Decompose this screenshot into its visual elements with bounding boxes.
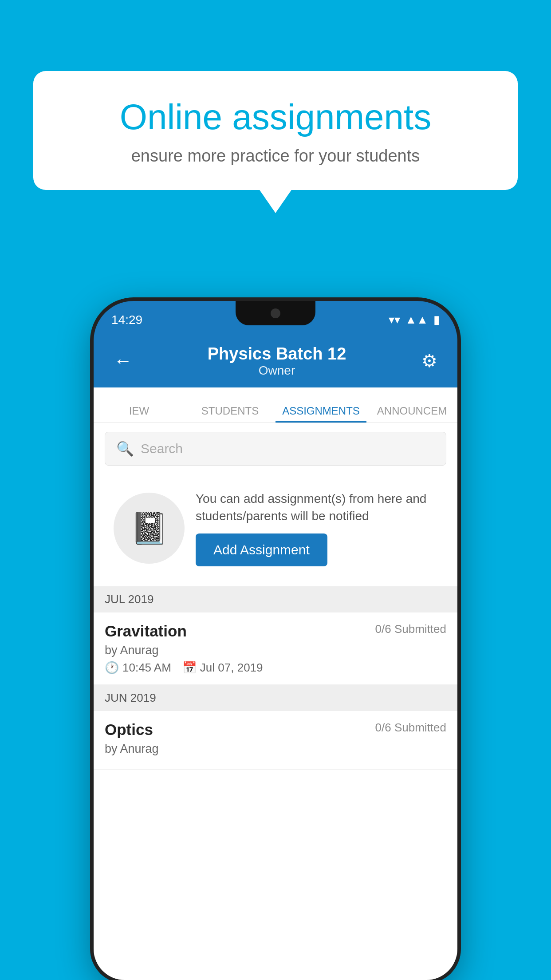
phone-frame: 14:29 ▾▾ ▲▲ ▮ ← Physics Batch 12 Owner ⚙…: [94, 301, 457, 980]
content-area: 🔍 Search 📓 You can add assignment(s) fro…: [94, 423, 457, 980]
app-header: ← Physics Batch 12 Owner ⚙: [94, 334, 457, 387]
wifi-icon: ▾▾: [389, 313, 400, 327]
assignment-item-optics[interactable]: Optics 0/6 Submitted by Anurag: [94, 711, 457, 770]
header-title: Physics Batch 12: [208, 344, 346, 364]
add-assignment-button[interactable]: Add Assignment: [196, 533, 327, 566]
assignment-name-optics: Optics: [105, 721, 153, 739]
promo-right: You can add assignment(s) from here and …: [196, 490, 437, 566]
battery-icon: ▮: [433, 313, 440, 327]
search-icon: 🔍: [116, 440, 134, 457]
notebook-icon: 📓: [130, 510, 169, 546]
assignment-name-gravitation: Gravitation: [105, 622, 187, 640]
bubble-subtitle: ensure more practice for your students: [64, 146, 487, 166]
search-bar[interactable]: 🔍 Search: [105, 432, 446, 466]
assignment-item-gravitation[interactable]: Gravitation 0/6 Submitted by Anurag 🕐 10…: [94, 612, 457, 685]
assignment-submitted-gravitation: 0/6 Submitted: [375, 622, 446, 636]
back-button[interactable]: ←: [109, 346, 137, 376]
search-placeholder: Search: [141, 441, 183, 456]
status-time: 14:29: [111, 313, 142, 327]
assignment-meta-gravitation: 🕐 10:45 AM 📅 Jul 07, 2019: [105, 661, 446, 675]
bubble-title: Online assignments: [64, 98, 487, 137]
calendar-icon: 📅: [182, 661, 197, 675]
section-header-jun: JUN 2019: [94, 685, 457, 711]
signal-icon: ▲▲: [405, 313, 428, 327]
settings-icon[interactable]: ⚙: [417, 346, 442, 375]
speech-bubble: Online assignments ensure more practice …: [33, 71, 518, 190]
assignment-top: Gravitation 0/6 Submitted: [105, 622, 446, 640]
assignment-date: 📅 Jul 07, 2019: [182, 661, 263, 675]
assignment-time-value: 10:45 AM: [122, 661, 171, 675]
section-header-jul: JUL 2019: [94, 586, 457, 612]
assignment-date-value: Jul 07, 2019: [200, 661, 263, 675]
assignment-author-optics: by Anurag: [105, 742, 446, 756]
tab-iew[interactable]: IEW: [94, 405, 185, 423]
promo-text: You can add assignment(s) from here and …: [196, 490, 437, 525]
promo-icon-circle: 📓: [114, 493, 185, 564]
tabs-bar: IEW STUDENTS ASSIGNMENTS ANNOUNCEM: [94, 387, 457, 423]
tab-assignments[interactable]: ASSIGNMENTS: [276, 405, 366, 423]
phone-notch: [236, 301, 315, 325]
speech-bubble-container: Online assignments ensure more practice …: [33, 71, 518, 190]
status-icons: ▾▾ ▲▲ ▮: [389, 313, 440, 327]
assignment-submitted-optics: 0/6 Submitted: [375, 721, 446, 735]
header-subtitle: Owner: [208, 364, 346, 378]
promo-box: 📓 You can add assignment(s) from here an…: [105, 479, 446, 577]
tab-announcements[interactable]: ANNOUNCEM: [366, 405, 457, 423]
assignment-top-optics: Optics 0/6 Submitted: [105, 721, 446, 739]
camera-dot: [271, 308, 280, 318]
header-center: Physics Batch 12 Owner: [208, 344, 346, 378]
clock-icon: 🕐: [105, 661, 119, 675]
tab-students[interactable]: STUDENTS: [185, 405, 276, 423]
assignment-time: 🕐 10:45 AM: [105, 661, 171, 675]
search-container: 🔍 Search: [94, 423, 457, 474]
assignment-author-gravitation: by Anurag: [105, 644, 446, 657]
